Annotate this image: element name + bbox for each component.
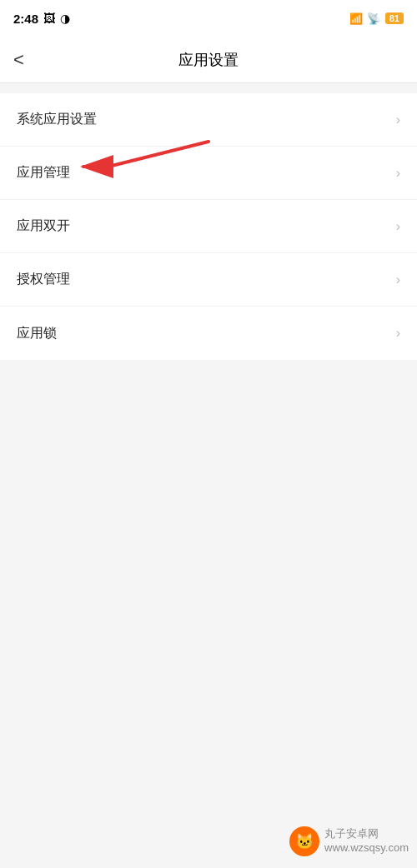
menu-item-system-app-settings[interactable]: 系统应用设置 › <box>0 93 417 147</box>
signal-icon: 📶 <box>349 12 362 25</box>
watermark-name: 丸子安卓网 www.wzsqsy.com <box>324 827 409 856</box>
watermark: 🐱 丸子安卓网 www.wzsqsy.com <box>289 826 409 856</box>
extra-icon: ◑ <box>60 12 70 25</box>
menu-item-app-lock[interactable]: 应用锁 › <box>0 307 417 360</box>
status-bar: 2:48 🖼 ◑ 📶 📡 81 <box>0 0 417 37</box>
watermark-info: 丸子安卓网 www.wzsqsy.com <box>324 827 409 856</box>
menu-section: 系统应用设置 › 应用管理 › 应用双开 › 授权管理 › 应用锁 › <box>0 93 417 360</box>
chevron-icon-2: › <box>396 219 400 234</box>
menu-item-permission-management[interactable]: 授权管理 › <box>0 253 417 307</box>
menu-label-system-app-settings: 系统应用设置 <box>17 111 97 128</box>
watermark-logo: 🐱 <box>289 826 319 856</box>
menu-label-app-lock: 应用锁 <box>17 325 57 342</box>
chevron-icon-4: › <box>396 326 400 341</box>
content-area: 系统应用设置 › 应用管理 › 应用双开 › 授权管理 › 应用锁 › <box>0 83 417 360</box>
chevron-icon-1: › <box>396 166 400 181</box>
chevron-icon-0: › <box>396 112 400 127</box>
menu-item-app-clone[interactable]: 应用双开 › <box>0 200 417 253</box>
menu-item-app-management[interactable]: 应用管理 › <box>0 147 417 200</box>
status-left: 2:48 🖼 ◑ <box>13 12 70 26</box>
menu-label-permission-management: 授权管理 <box>17 271 70 288</box>
chevron-icon-3: › <box>396 272 400 287</box>
battery-indicator: 81 <box>385 12 404 24</box>
back-button[interactable]: < <box>13 51 24 69</box>
page-title: 应用设置 <box>178 50 239 70</box>
menu-label-app-management: 应用管理 <box>17 164 70 182</box>
wifi-icon: 📡 <box>367 12 380 25</box>
menu-label-app-clone: 应用双开 <box>17 217 70 235</box>
status-time: 2:48 <box>13 12 38 26</box>
notification-icon: 🖼 <box>43 12 55 25</box>
status-icons: 📶 📡 81 <box>349 12 404 25</box>
app-header: < 应用设置 <box>0 37 417 83</box>
